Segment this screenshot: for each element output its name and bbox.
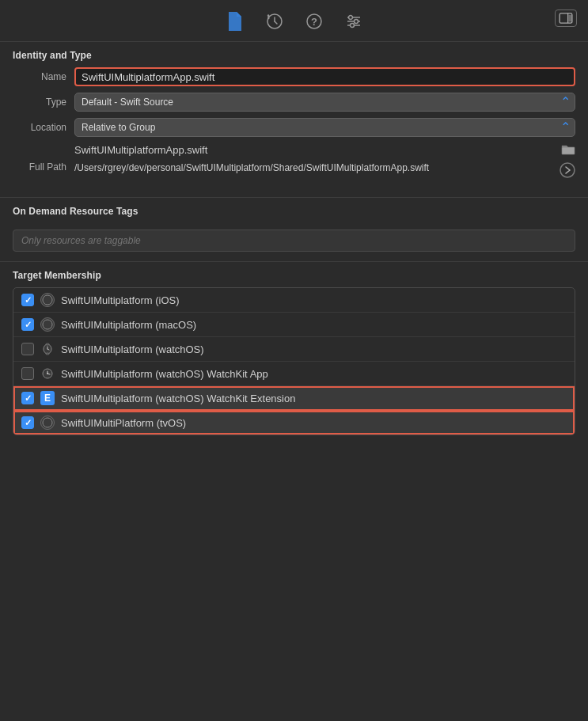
membership-label-watchos: SwiftUIMultiplatform (watchOS) [61, 343, 204, 355]
membership-label-watchkit-app: SwiftUIMultiplatform (watchOS) WatchKit … [61, 368, 268, 380]
svg-line-5 [275, 21, 277, 24]
membership-item-watchos: SwiftUIMultiplatform (watchOS) [13, 337, 575, 362]
inspector-panel: ? Identity and Type Name [0, 0, 588, 721]
filter-tab[interactable] [345, 13, 362, 30]
svg-rect-2 [569, 15, 572, 22]
location-row: Location Relative to Group ⌃ [13, 118, 575, 137]
macos-target-icon [40, 317, 55, 332]
ios-target-icon [40, 293, 55, 307]
history-tab[interactable] [266, 13, 283, 30]
tags-input[interactable] [13, 230, 575, 252]
svg-rect-21 [46, 343, 49, 345]
checkbox-watchkit-ext[interactable] [21, 392, 34, 404]
svg-rect-14 [562, 147, 575, 154]
membership-label-watchkit-ext: SwiftUIMultiplatform (watchOS) WatchKit … [61, 393, 295, 404]
checkbox-macos[interactable] [21, 318, 34, 331]
location-select[interactable]: Relative to Group [74, 118, 575, 137]
svg-point-26 [47, 373, 48, 374]
toolbar: ? [0, 0, 588, 41]
type-label: Type [13, 97, 66, 108]
svg-point-13 [350, 24, 354, 28]
membership-item-macos: SwiftUIMultiplatform (macOS) [13, 313, 575, 337]
membership-label-tvos: SwiftUIMultiPlatform (tvOS) [61, 417, 186, 429]
name-label: Name [13, 71, 66, 82]
type-row: Type Default - Swift Source ⌃ [13, 93, 575, 112]
membership-item-watchkit-app: SwiftUIMultiplatform (watchOS) WatchKit … [13, 362, 575, 386]
tvos-target-icon [40, 416, 55, 430]
target-membership-header: Target Membership [0, 262, 588, 287]
svg-rect-16 [43, 295, 52, 305]
svg-point-12 [354, 20, 358, 24]
folder-icon-button[interactable] [561, 143, 575, 156]
svg-rect-17 [43, 320, 52, 329]
membership-item-ios: SwiftUIMultiplatform (iOS) [13, 288, 575, 313]
panel-toggle-button[interactable] [555, 9, 577, 27]
full-path-row: Full Path /Users/rgrey/dev/personal/Swif… [13, 161, 575, 178]
checkbox-tvos[interactable] [21, 416, 34, 429]
membership-item-tvos: SwiftUIMultiPlatform (tvOS) [13, 411, 575, 434]
full-path-label: Full Path [13, 161, 66, 173]
watchkit-ext-target-icon: E [40, 391, 55, 405]
svg-point-15 [560, 163, 575, 177]
help-tab[interactable]: ? [305, 13, 323, 30]
membership-list: SwiftUIMultiplatform (iOS) SwiftUIMultip… [13, 287, 575, 435]
svg-point-11 [348, 16, 352, 20]
name-input[interactable] [74, 67, 575, 86]
checkbox-ios[interactable] [21, 294, 34, 306]
identity-type-header: Identity and Type [0, 42, 588, 67]
watchos-target-icon [40, 342, 55, 356]
watchkit-app-target-icon [40, 366, 55, 381]
target-membership-section: Target Membership SwiftUIMultiplatform (… [0, 262, 588, 448]
svg-rect-22 [46, 353, 49, 355]
membership-label-macos: SwiftUIMultiplatform (macOS) [61, 319, 196, 331]
identity-type-section: Identity and Type Name Type Default - Sw… [0, 42, 588, 197]
membership-label-ios: SwiftUIMultiplatform (iOS) [61, 294, 180, 306]
full-path-navigate-button[interactable] [560, 162, 575, 178]
type-select[interactable]: Default - Swift Source [74, 93, 575, 112]
file-inspector-tab[interactable] [226, 11, 244, 32]
on-demand-section: On Demand Resource Tags [0, 198, 588, 261]
checkbox-watchkit-app[interactable] [21, 367, 34, 380]
membership-item-watchkit-ext: E SwiftUIMultiplatform (watchOS) WatchKi… [13, 386, 575, 411]
name-row: Name [13, 67, 575, 86]
location-label: Location [13, 122, 66, 133]
svg-rect-27 [43, 418, 52, 427]
checkbox-watchos[interactable] [21, 343, 34, 355]
on-demand-header: On Demand Resource Tags [0, 198, 588, 223]
full-path-text: /Users/rgrey/dev/personal/SwiftUIMultipl… [74, 161, 555, 175]
tags-input-wrapper [13, 230, 575, 252]
svg-text:?: ? [311, 16, 317, 28]
file-name-text: SwiftUIMultiplatformApp.swift [74, 144, 556, 156]
file-name-row: SwiftUIMultiplatformApp.swift [13, 143, 575, 156]
